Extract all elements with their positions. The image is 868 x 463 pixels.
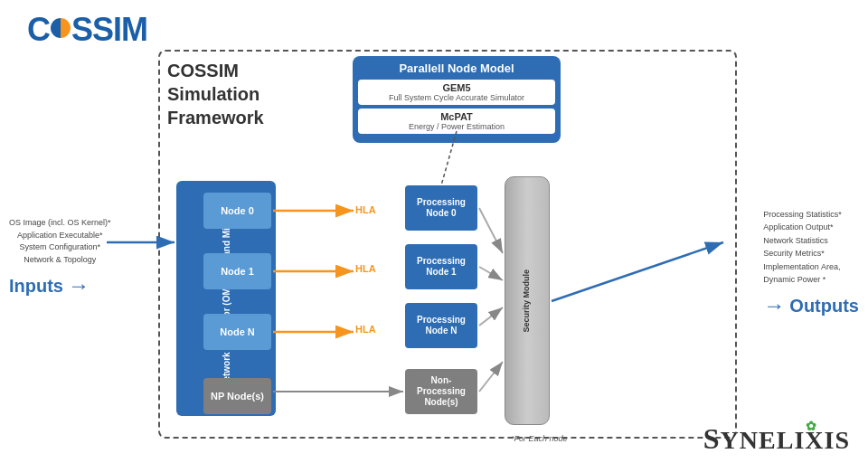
for-each-note: *For Each node <box>511 434 568 443</box>
cossim-logo: C SSIM <box>27 11 147 49</box>
mcpat-sub: Energy / Power Estimation <box>363 122 550 131</box>
hla-0-label: HLA <box>355 204 376 215</box>
hla-1-label: HLA <box>355 263 376 274</box>
gem5-box: GEM5 Full System Cycle Accurate Simulato… <box>358 80 555 105</box>
outputs-description: Processing Statistics* Application Outpu… <box>763 208 859 286</box>
outputs-label: → Outputs <box>763 293 859 318</box>
nonproc-node-box: Non-ProcessingNode(s) <box>405 369 477 414</box>
node-0-label: Node 0 <box>221 205 254 216</box>
inputs-arrow-icon: → <box>68 273 90 298</box>
node-1-label: Node 1 <box>221 266 254 277</box>
logo-circle-icon <box>51 18 71 38</box>
framework-label: COSSIM Simulation Framework <box>167 59 264 129</box>
mcpat-box: McPAT Energy / Power Estimation <box>358 109 555 134</box>
node-1-box: Node 1 <box>203 253 271 289</box>
np-node-label: NP Node(s) <box>211 391 264 402</box>
processing-node-0-box: ProcessingNode 0 <box>405 185 477 231</box>
security-module-box: Security Module <box>505 176 550 425</box>
node-n-label: Node N <box>220 326 255 337</box>
nonproc-node-label: Non-ProcessingNode(s) <box>417 375 466 408</box>
framework-title-2: Simulation <box>167 82 264 106</box>
gem5-title: GEM5 <box>363 82 550 93</box>
processing-node-1-box: ProcessingNode 1 <box>405 244 477 289</box>
synelixis-text: SYNELIX✿IS <box>703 422 850 456</box>
synelixis-s-large: S <box>703 422 721 455</box>
inputs-text: Inputs <box>9 276 63 297</box>
outputs-section: Processing Statistics* Application Outpu… <box>763 208 859 318</box>
processing-node-1-label: ProcessingNode 1 <box>417 256 466 278</box>
framework-title-1: COSSIM <box>167 59 264 82</box>
parallel-node-model-box: Parallell Node Model GEM5 Full System Cy… <box>353 56 561 143</box>
np-node-box: NP Node(s) <box>203 378 271 414</box>
synelixis-x-with-flower: X✿ <box>805 426 824 455</box>
parallel-title: Parallell Node Model <box>358 61 555 75</box>
processing-node-n-label: ProcessingNode N <box>417 315 466 336</box>
logo-text-ssim: SSIM <box>71 11 147 49</box>
node-n-box: Node N <box>203 314 271 350</box>
logo-text-c: C <box>27 11 50 49</box>
security-module-label: Security Module <box>522 269 533 333</box>
hla-n-label: HLA <box>355 324 376 335</box>
processing-node-0-label: ProcessingNode 0 <box>417 197 466 219</box>
network-simulator-label: Network Simulator (OMNET++ and MiXIM) <box>221 209 232 388</box>
outputs-text: Outputs <box>789 296 859 317</box>
node-0-box: Node 0 <box>203 193 271 229</box>
inputs-label: Inputs → <box>9 273 111 298</box>
gem5-sub: Full System Cycle Accurate Simulator <box>363 93 550 102</box>
outputs-arrow-icon: → <box>763 293 785 318</box>
mcpat-title: McPAT <box>363 111 550 122</box>
synelixis-logo: SYNELIX✿IS <box>703 422 850 456</box>
inputs-description: OS Image (incl. OS Kernel)* Application … <box>9 217 111 266</box>
inputs-section: OS Image (incl. OS Kernel)* Application … <box>9 217 111 298</box>
processing-node-n-box: ProcessingNode N <box>405 303 477 348</box>
framework-title-3: Framework <box>167 106 264 129</box>
